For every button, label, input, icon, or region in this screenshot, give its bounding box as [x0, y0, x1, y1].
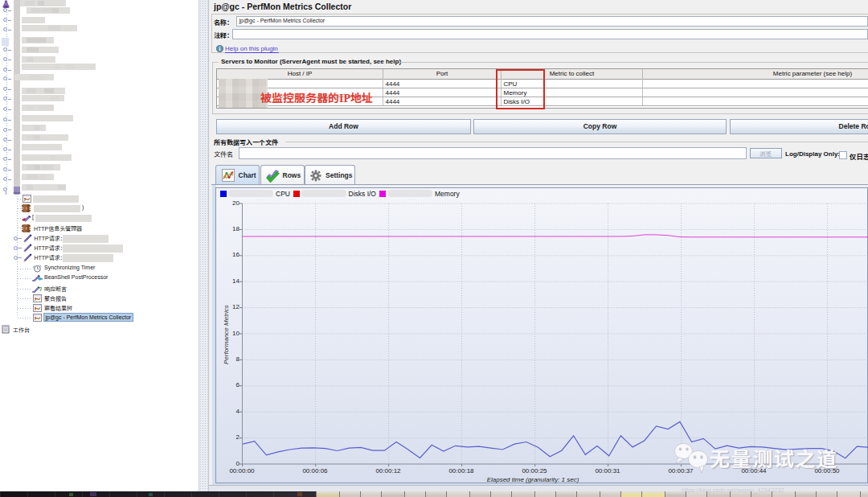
svg-text:?: ? [39, 285, 42, 293]
